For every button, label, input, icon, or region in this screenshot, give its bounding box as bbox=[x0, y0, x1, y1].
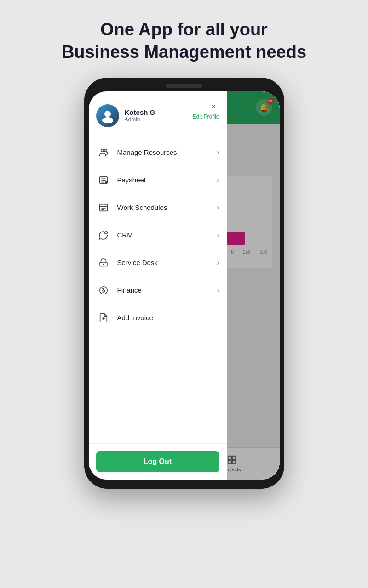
drawer-menu: Manage Resources › $ bbox=[89, 135, 227, 443]
work-schedules-icon bbox=[96, 200, 111, 215]
crm-icon bbox=[96, 228, 111, 243]
user-role: Admin bbox=[125, 116, 187, 123]
user-name: Kotesh G bbox=[125, 108, 187, 116]
menu-item-paysheet[interactable]: $ Paysheet › bbox=[89, 166, 227, 194]
menu-label-finance: Finance bbox=[117, 286, 217, 294]
drawer-user-row: Kotesh G Admin Edit Profile bbox=[96, 104, 219, 127]
menu-item-crm[interactable]: CRM › bbox=[89, 221, 227, 249]
phone-screen: 🔔 21 w History Clock-In Users ts-NotTake… bbox=[89, 91, 280, 480]
svg-text:$: $ bbox=[106, 181, 107, 183]
menu-label-manage-resources: Manage Resources bbox=[117, 148, 217, 156]
menu-label-service-desk: Service Desk bbox=[117, 259, 217, 266]
menu-label-add-invoice: Add Invoice bbox=[117, 314, 219, 322]
chevron-service-desk: › bbox=[217, 259, 219, 267]
chevron-crm: › bbox=[217, 231, 219, 239]
menu-item-finance[interactable]: Finance › bbox=[89, 277, 227, 304]
edit-profile-link[interactable]: Edit Profile bbox=[192, 113, 219, 120]
drawer: × Kotesh G Admin Edit Profile bbox=[89, 91, 227, 480]
phone-notch bbox=[166, 84, 202, 88]
menu-label-paysheet: Paysheet bbox=[117, 176, 217, 184]
phone-shell: 🔔 21 w History Clock-In Users ts-NotTake… bbox=[84, 78, 284, 489]
menu-item-service-desk[interactable]: Service Desk › bbox=[89, 249, 227, 277]
menu-item-work-schedules[interactable]: Work Schedules › bbox=[89, 194, 227, 221]
menu-item-add-invoice[interactable]: Add Invoice bbox=[89, 304, 227, 332]
svg-point-12 bbox=[101, 149, 104, 152]
manage-resources-icon bbox=[96, 145, 111, 160]
headline-line2: Business Management needs bbox=[62, 42, 306, 62]
service-desk-icon bbox=[96, 255, 111, 270]
svg-point-11 bbox=[102, 117, 113, 123]
chevron-work-schedules: › bbox=[217, 204, 219, 212]
headline-line1: One App for all your bbox=[100, 20, 268, 39]
svg-point-10 bbox=[104, 111, 111, 117]
drawer-user-info: Kotesh G Admin bbox=[125, 108, 187, 123]
headline-section: One App for all your Business Management… bbox=[62, 18, 306, 64]
add-invoice-icon bbox=[96, 311, 111, 325]
drawer-logout-section: Log Out bbox=[89, 443, 227, 480]
finance-icon bbox=[96, 283, 111, 298]
svg-point-13 bbox=[104, 149, 107, 152]
avatar bbox=[96, 104, 119, 127]
chevron-finance: › bbox=[217, 286, 219, 294]
chevron-manage-resources: › bbox=[217, 148, 219, 157]
svg-point-26 bbox=[104, 232, 107, 234]
menu-item-manage-resources[interactable]: Manage Resources › bbox=[89, 139, 227, 166]
menu-label-crm: CRM bbox=[117, 231, 217, 239]
chevron-paysheet: › bbox=[217, 176, 219, 184]
paysheet-icon: $ bbox=[96, 173, 111, 187]
drawer-close-button[interactable]: × bbox=[207, 101, 220, 113]
drawer-header: × Kotesh G Admin Edit Profile bbox=[89, 91, 227, 135]
logout-button[interactable]: Log Out bbox=[96, 451, 219, 472]
menu-label-work-schedules: Work Schedules bbox=[117, 204, 217, 211]
